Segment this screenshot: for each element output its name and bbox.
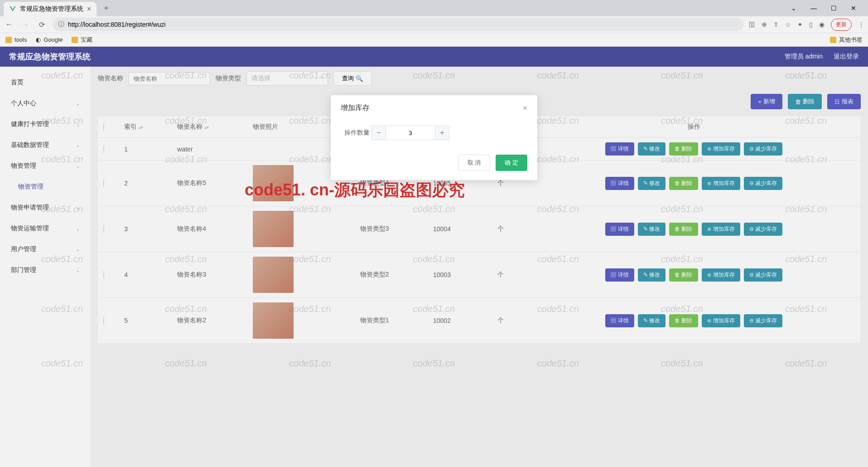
stepper-decrease-button[interactable]: − — [371, 126, 386, 140]
cancel-button[interactable]: 取 消 — [458, 155, 491, 171]
stepper-increase-button[interactable]: + — [435, 126, 449, 140]
stepper-input[interactable] — [386, 126, 435, 140]
add-stock-modal: 增加库存 × 操作数量 − + 取 消 确 定 — [331, 95, 537, 180]
confirm-button[interactable]: 确 定 — [496, 155, 527, 171]
modal-title: 增加库存 — [341, 103, 370, 113]
close-icon[interactable]: × — [522, 103, 527, 113]
modal-overlay[interactable] — [0, 0, 868, 467]
qty-label: 操作数量 — [341, 129, 370, 137]
quantity-stepper: − + — [371, 126, 449, 140]
